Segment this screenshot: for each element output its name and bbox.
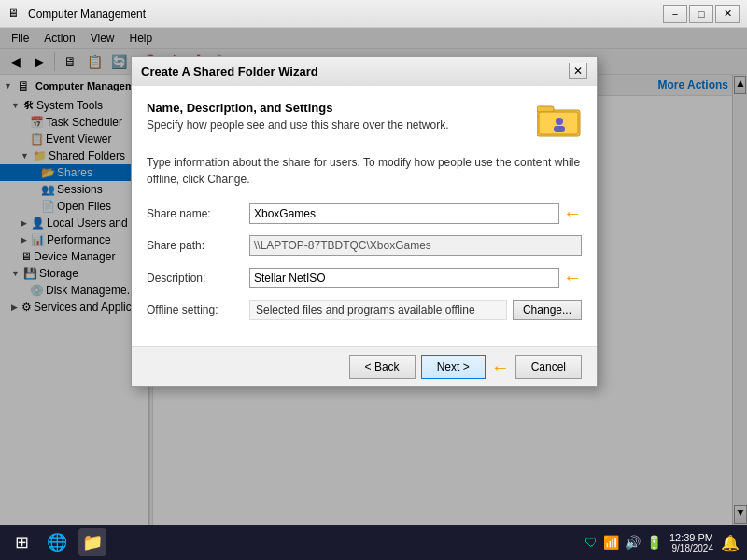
title-bar: 🖥 Computer Management − □ ✕ <box>0 0 747 28</box>
close-button[interactable]: ✕ <box>715 5 740 23</box>
description-input[interactable] <box>249 268 559 288</box>
form-row-description: Description: ← <box>147 267 582 288</box>
modal-close-button[interactable]: ✕ <box>569 63 587 79</box>
time-display: 12:39 PM <box>669 532 713 543</box>
share-path-label: Share path: <box>147 239 249 252</box>
clock[interactable]: 12:39 PM 9/18/2024 <box>669 532 713 553</box>
share-name-label: Share name: <box>147 207 249 220</box>
change-button[interactable]: Change... <box>513 300 582 320</box>
taskbar-right: 🛡 📶 🔊 🔋 12:39 PM 9/18/2024 🔔 <box>585 532 740 553</box>
offline-label: Offline setting: <box>147 303 249 316</box>
form-row-offline: Offline setting: Selected files and prog… <box>147 300 582 320</box>
explorer-icon: 📁 <box>82 532 103 553</box>
share-path-input-area <box>249 235 582 256</box>
shield-icon: 🛡 <box>585 535 598 550</box>
modal-subtitle: Specify how people see and use this shar… <box>147 119 449 132</box>
cancel-button[interactable]: Cancel <box>515 355 582 379</box>
taskbar-browser[interactable]: 🌐 <box>43 528 71 556</box>
app-icon: 🖥 <box>7 7 22 21</box>
taskbar: ⊞ 🌐 📁 🛡 📶 🔊 🔋 12:39 PM 9/18/2024 🔔 <box>0 525 747 560</box>
share-name-arrow: ← <box>563 203 582 224</box>
date-display: 9/18/2024 <box>669 543 713 553</box>
form-row-share-path: Share path: <box>147 235 582 256</box>
start-icon: ⊞ <box>15 532 29 553</box>
modal-body: Name, Description, and Settings Specify … <box>132 86 597 346</box>
description-input-area: ← <box>249 267 582 288</box>
folder-icon <box>537 101 582 138</box>
notification-icon[interactable]: 🔔 <box>721 534 740 552</box>
modal-section-title: Name, Description, and Settings <box>147 101 449 115</box>
description-label: Description: <box>147 272 249 285</box>
folder-svg-icon <box>537 101 582 138</box>
window-title: Computer Management <box>28 7 663 21</box>
browser-icon: 🌐 <box>47 532 67 553</box>
svg-rect-1 <box>537 106 554 112</box>
svg-rect-4 <box>554 126 565 132</box>
modal-header-text: Name, Description, and Settings Specify … <box>147 101 449 143</box>
next-button[interactable]: Next > <box>421 355 486 379</box>
share-path-input[interactable] <box>249 235 582 256</box>
modal-footer: < Back Next > ← Cancel <box>132 346 597 386</box>
volume-icon: 🔊 <box>625 535 641 550</box>
form-row-share-name: Share name: ← <box>147 203 582 224</box>
share-name-input-area: ← <box>249 203 582 224</box>
modal-title-bar: Create A Shared Folder Wizard ✕ <box>132 57 597 86</box>
offline-value: Selected files and programs available of… <box>249 300 507 320</box>
back-button[interactable]: < Back <box>349 355 416 379</box>
minimize-button[interactable]: − <box>663 5 687 23</box>
taskbar-explorer[interactable]: 📁 <box>78 528 106 556</box>
wifi-icon: 📶 <box>603 535 619 550</box>
system-tray: 🛡 📶 🔊 🔋 <box>585 535 662 550</box>
battery-icon: 🔋 <box>646 535 662 550</box>
modal-info-text: Type information about the share for use… <box>147 154 582 188</box>
modal-header-area: Name, Description, and Settings Specify … <box>147 101 582 143</box>
next-arrow: ← <box>491 357 510 378</box>
share-name-input[interactable] <box>249 203 559 224</box>
window-controls: − □ ✕ <box>663 5 740 23</box>
offline-input-area: Selected files and programs available of… <box>249 300 582 320</box>
svg-point-3 <box>556 118 563 125</box>
maximize-button[interactable]: □ <box>689 5 713 23</box>
start-button[interactable]: ⊞ <box>7 528 35 556</box>
create-shared-folder-wizard: Create A Shared Folder Wizard ✕ Name, De… <box>131 56 598 387</box>
modal-title: Create A Shared Folder Wizard <box>141 64 318 78</box>
description-arrow: ← <box>563 267 582 288</box>
